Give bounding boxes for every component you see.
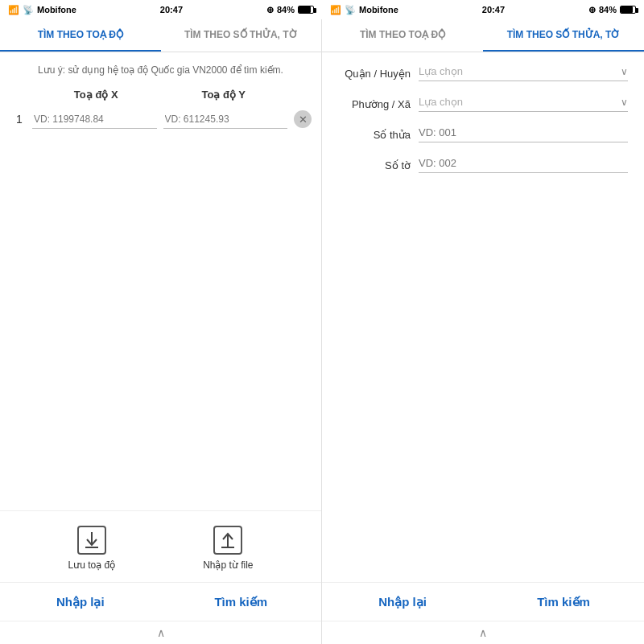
coord-y-header: Toạ độ Y: [160, 89, 288, 101]
left-battery-area: ⊕ 84%: [266, 5, 314, 15]
import-file-button[interactable]: Nhập từ file: [203, 526, 253, 571]
form-row-so-to: Số tờ: [338, 157, 628, 173]
carrier-name: Mobifone: [37, 5, 76, 14]
right-form: Quận / Huyện Lựa chọn ∨ Phường / Xã Lựa …: [322, 52, 644, 330]
signal-icon: 📶: [8, 5, 19, 15]
left-panel-footer: Nhập lại Tìm kiếm: [0, 582, 321, 621]
right-signal-icon: 📶: [330, 5, 341, 15]
import-file-icon: [213, 526, 242, 555]
right-carrier-name: Mobifone: [359, 5, 398, 14]
left-panel-body: Lưu ý: sử dụng hệ toạ độ Quốc gia VN2000…: [0, 52, 321, 644]
right-tabs: TÌM THEO TOẠ ĐỘ TÌM THEO SỐ THỬA, TỜ: [322, 19, 644, 52]
left-tab-toa-do[interactable]: TÌM THEO TOẠ ĐỘ: [0, 19, 161, 52]
so-to-input[interactable]: [419, 157, 628, 169]
form-row-phuong-xa: Phường / Xã Lựa chọn ∨: [338, 96, 628, 112]
phuong-xa-chevron-icon: ∨: [621, 97, 628, 108]
left-battery-pct: 84%: [277, 5, 295, 14]
left-tabs: TÌM THEO TOẠ ĐỘ TÌM THEO SỐ THỬA, TỜ: [0, 19, 321, 52]
right-time: 20:47: [482, 5, 505, 14]
right-battery-pct: 84%: [599, 5, 617, 14]
right-panel-footer: Nhập lại Tìm kiếm: [322, 582, 644, 621]
file-actions-bar: Lưu toạ độ Nhập từ file: [0, 511, 321, 582]
save-coord-button[interactable]: Lưu toạ độ: [68, 526, 115, 571]
right-panel: TÌM THEO TOẠ ĐỘ TÌM THEO SỐ THỬA, TỜ Quậ…: [322, 19, 644, 644]
left-reset-button[interactable]: Nhập lại: [0, 583, 161, 621]
left-time: 20:47: [160, 5, 183, 14]
right-search-button[interactable]: Tìm kiếm: [483, 583, 644, 621]
quan-huyen-select-wrapper[interactable]: Lựa chọn ∨: [419, 65, 628, 81]
quan-huyen-label: Quận / Huyện: [338, 68, 411, 80]
quan-huyen-value: Lựa chọn: [419, 65, 621, 77]
left-battery-icon: [298, 6, 314, 14]
so-thua-input-wrapper: [419, 126, 628, 142]
wifi-icon: 📡: [23, 5, 34, 15]
right-panel-body: Quận / Huyện Lựa chọn ∨ Phường / Xã Lựa …: [322, 52, 644, 644]
coord-x-input-1[interactable]: [32, 110, 157, 129]
save-coord-icon: [77, 526, 106, 555]
import-file-label: Nhập từ file: [203, 559, 253, 571]
right-carrier-signal: 📶 📡 Mobifone: [330, 5, 398, 15]
coord-row-1: 1 ✕: [0, 104, 321, 135]
right-reset-button[interactable]: Nhập lại: [322, 583, 483, 621]
left-chevron-icon: ∧: [157, 626, 165, 639]
quan-huyen-chevron-icon: ∨: [621, 66, 628, 77]
phuong-xa-label: Phường / Xã: [338, 98, 411, 110]
right-chevron-area: ∧: [322, 621, 644, 644]
coord-y-input-1[interactable]: [163, 110, 288, 129]
status-bar-left: 📶 📡 Mobifone 20:47 ⊕ 84%: [0, 0, 322, 19]
screen-icon: ⊕: [266, 5, 274, 15]
coord-clear-btn-1[interactable]: ✕: [294, 110, 312, 128]
left-panel: TÌM THEO TOẠ ĐỘ TÌM THEO SỐ THỬA, TỜ Lưu…: [0, 19, 322, 644]
upload-svg-icon: [217, 529, 239, 551]
download-svg-icon: [80, 529, 103, 551]
right-tab-so-thua[interactable]: TÌM THEO SỐ THỬA, TỜ: [483, 19, 644, 52]
right-wifi-icon: 📡: [345, 5, 356, 15]
left-bottom-area: Lưu toạ độ Nhập từ file: [0, 510, 321, 644]
so-thua-input[interactable]: [419, 126, 628, 138]
right-chevron-icon: ∧: [479, 626, 487, 639]
right-spacer: [322, 330, 644, 582]
status-bar: 📶 📡 Mobifone 20:47 ⊕ 84% 📶 📡 Mobifone 20…: [0, 0, 644, 19]
phuong-xa-select-wrapper[interactable]: Lựa chọn ∨: [419, 96, 628, 112]
coord-row-num-1: 1: [13, 113, 26, 126]
right-battery-icon: [620, 6, 636, 14]
so-to-input-wrapper: [419, 157, 628, 173]
so-thua-label: Số thửa: [338, 129, 411, 141]
right-battery-area: ⊕ 84%: [588, 5, 636, 15]
save-coord-label: Lưu toạ độ: [68, 559, 115, 571]
right-screen-icon: ⊕: [588, 5, 596, 15]
left-carrier-signal: 📶 📡 Mobifone: [8, 5, 76, 15]
right-tab-toa-do[interactable]: TÌM THEO TOẠ ĐỘ: [322, 19, 483, 52]
left-search-button[interactable]: Tìm kiếm: [161, 583, 322, 621]
left-note: Lưu ý: sử dụng hệ toạ độ Quốc gia VN2000…: [0, 52, 321, 84]
coord-x-header: Toạ độ X: [32, 89, 160, 101]
form-row-so-thua: Số thửa: [338, 126, 628, 142]
phuong-xa-value: Lựa chọn: [419, 96, 621, 108]
left-spacer: [0, 135, 321, 510]
left-tab-so-thua[interactable]: TÌM THEO SỐ THỬA, TỜ: [161, 19, 322, 52]
coord-header-row: Toạ độ X Toạ độ Y: [0, 84, 321, 104]
panels-container: TÌM THEO TOẠ ĐỘ TÌM THEO SỐ THỬA, TỜ Lưu…: [0, 19, 644, 644]
status-bar-right: 📶 📡 Mobifone 20:47 ⊕ 84%: [322, 0, 644, 19]
form-row-quan-huyen: Quận / Huyện Lựa chọn ∨: [338, 65, 628, 81]
left-chevron-area: ∧: [0, 621, 321, 644]
so-to-label: Số tờ: [338, 159, 411, 171]
